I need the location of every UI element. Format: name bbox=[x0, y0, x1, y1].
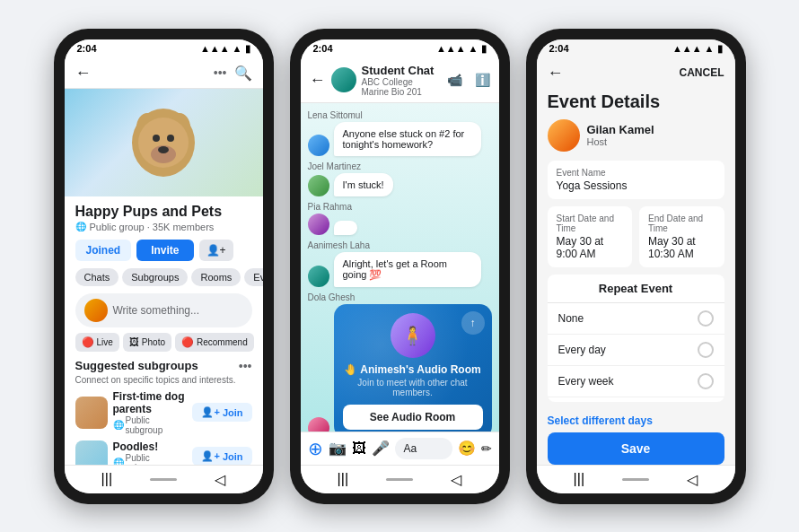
suggested-more-icon[interactable]: ••• bbox=[239, 359, 252, 373]
live-button[interactable]: 🔴 Live bbox=[75, 333, 119, 352]
chat-subtitle: ABC College Marine Bio 201 bbox=[362, 77, 442, 97]
event-name-label: Event Name bbox=[557, 168, 716, 178]
more-options-icon[interactable]: ••• bbox=[214, 65, 227, 80]
suggested-title: Suggested subgroups bbox=[75, 359, 198, 372]
host-avatar bbox=[548, 119, 580, 152]
message-sender: Joel Martinez bbox=[308, 161, 492, 171]
status-bar-1: 2:04 ▲▲▲ ▲ ▮ bbox=[65, 39, 263, 58]
suggested-header: Suggested subgroups ••• bbox=[75, 359, 252, 373]
select-days-link[interactable]: Select different days bbox=[537, 409, 735, 432]
chat-title: Student Chat bbox=[362, 64, 442, 77]
host-label: Host bbox=[587, 136, 654, 147]
radio-everyweek[interactable] bbox=[698, 373, 714, 389]
gallery-icon[interactable]: 🖼 bbox=[352, 440, 366, 457]
message-row: Anyone else stuck on #2 for tonight's ho… bbox=[308, 122, 492, 156]
recommend-icon: 🔴 bbox=[181, 336, 194, 348]
radio-everyday[interactable] bbox=[698, 342, 714, 358]
chat-group-avatar bbox=[331, 67, 356, 92]
list-item: Joel Martinez I'm stuck! bbox=[308, 161, 492, 196]
repeat-label-none: None bbox=[558, 312, 584, 325]
subgroup-type-2: 🌐 Public subgroup bbox=[113, 453, 188, 465]
share-button[interactable]: ↑ bbox=[461, 311, 485, 335]
time-1: 2:04 bbox=[77, 43, 97, 54]
action-buttons: Joined Invite 👤+ bbox=[75, 240, 252, 261]
phone-1: 2:04 ▲▲▲ ▲ ▮ ← ••• 🔍 Happy Pups and Pe bbox=[54, 29, 274, 504]
message-sender: Pia Rahma bbox=[308, 202, 492, 212]
repeat-option-every2weeks[interactable]: Every 2 weeks bbox=[548, 397, 724, 402]
event-header-left: ← bbox=[548, 64, 564, 83]
repeat-label-everyday: Every day bbox=[558, 344, 606, 356]
sender-avatar bbox=[308, 214, 329, 235]
bottom-nav-2: ||| ◁ bbox=[301, 465, 499, 493]
phone-2: 2:04 ▲▲▲ ▲ ▮ ← Student Chat ABC College … bbox=[290, 29, 510, 504]
battery-icon-2: ▮ bbox=[481, 43, 487, 55]
sticker-icon[interactable]: 😊 bbox=[458, 440, 476, 457]
add-attachment-icon[interactable]: ⊕ bbox=[308, 438, 323, 459]
time-3: 2:04 bbox=[549, 43, 569, 54]
end-date-label: End Date and Time bbox=[648, 214, 716, 233]
cancel-button[interactable]: CANCEL bbox=[680, 66, 724, 79]
invite-button[interactable]: Invite bbox=[136, 240, 193, 261]
back-gesture: ||| bbox=[101, 471, 112, 487]
tab-chats[interactable]: Chats bbox=[75, 268, 119, 286]
microphone-icon[interactable]: 🎤 bbox=[372, 440, 390, 457]
tab-subgroups[interactable]: Subgroups bbox=[122, 268, 188, 286]
status-bar-2: 2:04 ▲▲▲ ▲ ▮ bbox=[301, 39, 499, 58]
repeat-event-title: Repeat Event bbox=[548, 275, 724, 303]
join-subgroup-1-button[interactable]: 👤+ Join bbox=[192, 403, 251, 422]
joined-button[interactable]: Joined bbox=[75, 240, 132, 261]
back-button-1[interactable]: ← bbox=[75, 64, 92, 83]
list-item: Dola Ghesh 🧍 🤚 Animesh's Audio Room Join… bbox=[308, 292, 492, 432]
tab-rooms[interactable]: Rooms bbox=[191, 268, 241, 286]
info-icon[interactable]: ℹ️ bbox=[475, 73, 490, 87]
write-post-box[interactable]: Write something... bbox=[75, 293, 252, 327]
audio-room-card-container: 🧍 🤚 Animesh's Audio Room Join to meet wi… bbox=[334, 304, 492, 432]
sender-avatar bbox=[308, 175, 329, 196]
camera-icon[interactable]: 📷 bbox=[329, 440, 347, 457]
globe-icon: 🌐 bbox=[75, 222, 86, 231]
home-indicator-2 bbox=[386, 478, 413, 481]
message-bubble: I'm stuck! bbox=[334, 173, 393, 196]
end-date-value: May 30 at 10:30 AM bbox=[648, 235, 716, 260]
signal-icon-2: ▲▲▲ bbox=[436, 43, 466, 54]
join-subgroup-2-button[interactable]: 👤+ Join bbox=[192, 447, 251, 465]
message-bubble: Anyone else stuck on #2 for tonight's ho… bbox=[334, 122, 481, 156]
repeat-label-everyweek: Every week bbox=[558, 375, 614, 388]
phone-2-screen: 2:04 ▲▲▲ ▲ ▮ ← Student Chat ABC College … bbox=[301, 39, 499, 493]
start-date-field[interactable]: Start Date and Time May 30 at 9:00 AM bbox=[548, 206, 633, 267]
photo-button[interactable]: 🖼 Photo bbox=[123, 333, 171, 352]
repeat-option-everyweek[interactable]: Every week bbox=[548, 366, 724, 397]
message-bubble: Alright, let's get a Room going 💯 bbox=[334, 252, 481, 287]
radio-none[interactable] bbox=[698, 310, 714, 327]
message-sender: Aanimesh Laha bbox=[308, 240, 492, 250]
person-add-icon: 👤+ bbox=[201, 406, 219, 418]
group-name: Happy Pups and Pets bbox=[75, 204, 252, 220]
back-button-3[interactable]: ← bbox=[548, 64, 564, 83]
repeat-option-everyday[interactable]: Every day bbox=[548, 335, 724, 366]
phone-1-screen: 2:04 ▲▲▲ ▲ ▮ ← ••• 🔍 Happy Pups and Pe bbox=[65, 39, 263, 493]
event-header: ← CANCEL bbox=[537, 58, 735, 88]
repeat-option-none[interactable]: None bbox=[548, 303, 724, 335]
message-input[interactable]: Aa bbox=[395, 438, 452, 459]
globe-small-icon: 🌐 bbox=[113, 420, 124, 430]
recents-gesture-2: ◁ bbox=[451, 471, 461, 488]
start-date-value: May 30 at 9:00 AM bbox=[557, 235, 624, 260]
add-friend-button[interactable]: 👤+ bbox=[199, 240, 233, 261]
pen-icon[interactable]: ✏ bbox=[481, 441, 492, 456]
end-date-field[interactable]: End Date and Time May 30 at 10:30 AM bbox=[639, 206, 724, 267]
back-button-2[interactable]: ← bbox=[310, 71, 326, 90]
subgroup-thumb-1 bbox=[75, 397, 108, 429]
user-avatar bbox=[84, 299, 108, 322]
phone-3: 2:04 ▲▲▲ ▲ ▮ ← CANCEL Event Details bbox=[526, 29, 746, 504]
search-icon[interactable]: 🔍 bbox=[234, 65, 252, 82]
group-hero-image bbox=[65, 89, 263, 196]
recents-gesture-3: ◁ bbox=[687, 471, 698, 488]
message-bubble bbox=[334, 221, 357, 235]
video-call-icon[interactable]: 📹 bbox=[447, 73, 462, 87]
sender-avatar bbox=[308, 417, 329, 432]
event-name-field[interactable]: Event Name Yoga Sessions bbox=[548, 161, 724, 199]
tab-events[interactable]: Events bbox=[244, 268, 262, 286]
recommend-button[interactable]: 🔴 Recommend bbox=[175, 333, 254, 352]
save-button[interactable]: Save bbox=[548, 432, 724, 465]
message-sender: Dola Ghesh bbox=[308, 292, 492, 302]
